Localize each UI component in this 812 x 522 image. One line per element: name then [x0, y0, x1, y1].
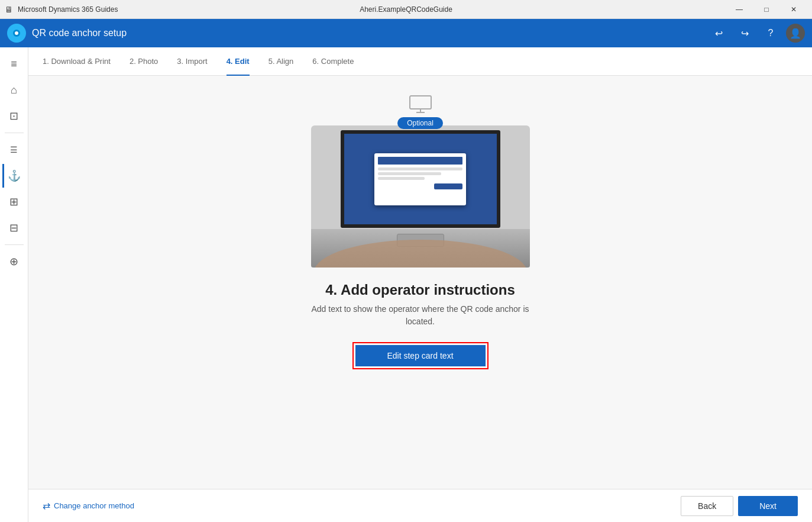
step-heading: 4. Add operator instructions	[325, 282, 515, 298]
redo-button[interactable]: ↪	[734, 22, 755, 44]
svg-rect-3	[410, 96, 431, 109]
avatar-icon: 👤	[790, 28, 801, 39]
main-content: Optional	[28, 76, 812, 489]
copy-icon: ⊕	[9, 255, 18, 268]
svg-point-2	[15, 31, 18, 35]
close-button[interactable]: ✕	[780, 0, 807, 19]
title-bar: 🖥 Microsoft Dynamics 365 Guides Aheri.Ex…	[0, 0, 812, 19]
app-title: QR code anchor setup	[32, 28, 127, 38]
step-1-label: 1. Download & Print	[43, 57, 111, 66]
app-header-right: ↩ ↪ ? 👤	[708, 22, 805, 44]
anchor-icon: ⚓	[8, 169, 21, 182]
title-bar-left: 🖥 Microsoft Dynamics 365 Guides	[5, 5, 118, 14]
help-icon: ?	[768, 28, 774, 38]
app-header: QR code anchor setup ↩ ↪ ? 👤	[0, 19, 812, 47]
app-name: Microsoft Dynamics 365 Guides	[18, 5, 118, 14]
step-6[interactable]: 6. Complete	[312, 47, 354, 76]
home-icon: ⌂	[11, 84, 17, 96]
main-layout: ≡ ⌂ ⊡ ☰ ⚓ ⊞ ⊟ ⊕ 1. Download & Print	[0, 47, 812, 522]
content-area: 1. Download & Print 2. Photo 3. Import 4…	[28, 47, 812, 522]
step-description: Add text to show the operator where the …	[296, 303, 545, 328]
change-anchor-icon: ⇄	[43, 500, 50, 511]
maximize-button[interactable]: □	[753, 0, 780, 19]
laptop-illustration	[311, 125, 530, 268]
minimize-button[interactable]: —	[726, 0, 753, 19]
edit-step-card-button[interactable]: Edit step card text	[355, 345, 486, 366]
step-5[interactable]: 5. Align	[268, 47, 294, 76]
steps-nav: 1. Download & Print 2. Photo 3. Import 4…	[28, 47, 812, 76]
image-icon: ⊡	[9, 109, 18, 123]
document-title: Aheri.ExampleQRCodeGuide	[360, 5, 452, 14]
help-button[interactable]: ?	[760, 22, 781, 44]
sidebar-item-home[interactable]: ⌂	[2, 78, 26, 102]
redo-icon: ↪	[741, 28, 749, 39]
footer: ⇄ Change anchor method Back Next	[28, 489, 812, 522]
sidebar-item-grid[interactable]: ⊞	[2, 190, 26, 214]
sidebar-item-menu[interactable]: ≡	[2, 52, 26, 76]
sidebar-item-image[interactable]: ⊡	[2, 104, 26, 128]
svg-point-7	[314, 240, 527, 268]
step-1[interactable]: 1. Download & Print	[43, 47, 111, 76]
step-4-label: 4. Edit	[227, 57, 250, 66]
change-anchor-button[interactable]: ⇄ Change anchor method	[43, 500, 134, 511]
footer-actions: Back Next	[681, 496, 798, 516]
step-4[interactable]: 4. Edit	[227, 47, 250, 76]
sidebar-item-list[interactable]: ☰	[2, 138, 26, 162]
sidebar-item-anchor[interactable]: ⚓	[2, 164, 26, 188]
grid-icon: ⊞	[9, 195, 18, 208]
illustration-wrapper: Optional	[311, 95, 530, 268]
step-3[interactable]: 3. Import	[177, 47, 207, 76]
next-button[interactable]: Next	[738, 496, 798, 516]
monitor-icon	[409, 95, 432, 118]
screen-icon: ⊟	[9, 221, 18, 234]
window-controls: — □ ✕	[726, 0, 807, 19]
step-5-label: 5. Align	[268, 57, 294, 66]
sidebar: ≡ ⌂ ⊡ ☰ ⚓ ⊞ ⊟ ⊕	[0, 47, 28, 522]
sidebar-item-screen[interactable]: ⊟	[2, 216, 26, 240]
app-logo	[7, 24, 26, 43]
undo-button[interactable]: ↩	[708, 22, 729, 44]
step-6-label: 6. Complete	[312, 57, 354, 66]
avatar[interactable]: 👤	[786, 24, 805, 43]
back-button[interactable]: Back	[681, 496, 733, 516]
step-2-label: 2. Photo	[130, 57, 158, 66]
edit-button-highlight: Edit step card text	[352, 342, 489, 369]
change-anchor-label: Change anchor method	[54, 501, 134, 510]
sidebar-divider-2	[5, 244, 24, 245]
step-3-label: 3. Import	[177, 57, 207, 66]
sidebar-divider-1	[5, 133, 24, 133]
optional-badge: Optional	[397, 117, 443, 129]
undo-icon: ↩	[715, 28, 723, 39]
step-2[interactable]: 2. Photo	[130, 47, 158, 76]
sidebar-item-copy[interactable]: ⊕	[2, 250, 26, 273]
list-icon: ☰	[10, 145, 18, 154]
app-header-left: QR code anchor setup	[7, 24, 127, 43]
menu-icon: ≡	[11, 58, 17, 70]
